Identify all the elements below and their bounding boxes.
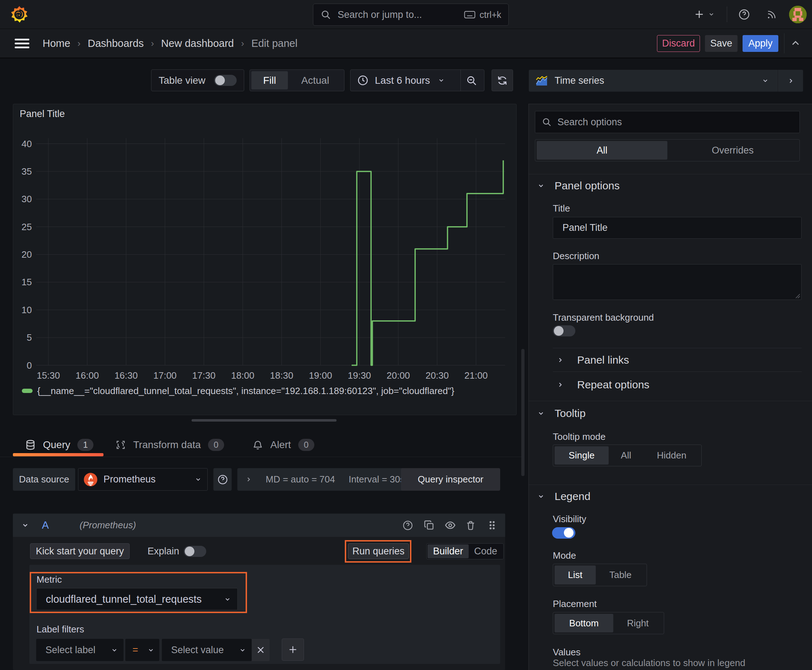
datasource-help-button[interactable] — [214, 468, 232, 491]
drag-grip-icon[interactable] — [488, 520, 497, 530]
collapse-icon[interactable] — [790, 38, 800, 48]
breadcrumb: Home › Dashboards › New dashboard › Edit… — [42, 29, 298, 58]
breadcrumb-sep: › — [151, 38, 154, 49]
kickstart-button[interactable]: Kick start your query — [30, 543, 130, 559]
query-row-header[interactable]: A (Prometheus) — [13, 514, 505, 537]
query-ref[interactable]: A — [42, 519, 49, 531]
placement-bottom-option[interactable]: Bottom — [554, 614, 613, 633]
eye-icon[interactable] — [445, 520, 456, 531]
news-icon[interactable] — [766, 8, 778, 20]
section-legend[interactable]: Legend — [537, 490, 590, 503]
query-inspector-button[interactable]: Query inspector — [401, 468, 500, 491]
tab-transform[interactable]: Transform data 0 — [115, 436, 224, 454]
options-scope-tabs: All Overrides — [535, 139, 800, 161]
svg-text:21:00: 21:00 — [464, 370, 488, 381]
options-header-border — [529, 174, 812, 174]
table-view-label: Table view — [159, 75, 205, 86]
code-option[interactable]: Code — [469, 544, 503, 558]
remove-filter-button[interactable] — [252, 639, 270, 661]
tab-query[interactable]: Query 1 — [25, 436, 93, 454]
transform-icon — [115, 440, 126, 450]
options-search[interactable]: Search options — [535, 111, 800, 133]
transparent-bg-toggle[interactable] — [553, 325, 575, 337]
select-label-placeholder: Select label — [46, 645, 111, 656]
section-repeat-options[interactable]: Repeat options — [557, 379, 649, 391]
chart-panel: Panel Title 051015202530354015:3016:0016… — [13, 104, 517, 415]
mode-label: Mode — [553, 550, 576, 561]
breadcrumb-new-dashboard[interactable]: New dashboard — [161, 37, 234, 49]
save-button[interactable]: Save — [705, 35, 737, 52]
tooltip-hidden-option[interactable]: Hidden — [643, 446, 700, 465]
viz-chevron-icon — [762, 77, 769, 84]
viz-expand-button[interactable] — [778, 70, 803, 91]
tooltip-all-option[interactable]: All — [609, 446, 643, 465]
grafana-logo[interactable] — [10, 5, 29, 24]
apply-button[interactable]: Apply — [742, 35, 778, 52]
description-textarea[interactable] — [553, 264, 802, 300]
time-range-picker[interactable]: Last 6 hours — [350, 69, 485, 91]
menu-icon[interactable] — [15, 38, 29, 49]
placement-right-option[interactable]: Right — [613, 614, 662, 633]
tab-alert[interactable]: Alert 0 — [253, 436, 314, 454]
panel-links-title: Panel links — [577, 354, 629, 366]
avatar[interactable] — [789, 6, 807, 23]
scrollbar-thumb[interactable] — [521, 349, 524, 476]
tab-overrides[interactable]: Overrides — [667, 141, 798, 160]
section-panel-links[interactable]: Panel links — [557, 354, 629, 366]
builder-option[interactable]: Builder — [427, 544, 469, 558]
breadcrumb-edit-panel: Edit panel — [251, 37, 298, 49]
tooltip-single-option[interactable]: Single — [554, 446, 609, 465]
mode-list-option[interactable]: List — [554, 565, 596, 584]
breadcrumb-dashboards[interactable]: Dashboards — [88, 37, 144, 49]
query-stats[interactable]: MD = auto = 704 Interval = 30s — [237, 468, 408, 491]
search-box[interactable]: Search or jump to... ctrl+k — [313, 3, 509, 26]
actual-option[interactable]: Actual — [288, 71, 342, 90]
add-filter-button[interactable] — [282, 638, 304, 661]
explain-toggle[interactable] — [184, 546, 206, 557]
breadcrumb-sep: › — [241, 38, 244, 49]
visibility-toggle[interactable] — [552, 527, 575, 539]
time-divider — [460, 70, 461, 91]
pane-resize-handle[interactable] — [192, 419, 337, 421]
viz-picker[interactable]: Time series — [529, 70, 778, 91]
trash-icon[interactable] — [465, 520, 476, 530]
select-value-dropdown[interactable]: Select value — [162, 639, 252, 661]
chart-legend[interactable]: {__name__="cloudflared_tunnel_total_requ… — [22, 384, 454, 397]
datasource-picker[interactable]: Prometheus — [78, 468, 208, 491]
svg-text:35: 35 — [22, 166, 32, 177]
run-queries-annotation — [345, 540, 411, 563]
table-view-toggle[interactable] — [214, 75, 237, 86]
breadcrumb-home[interactable]: Home — [42, 37, 70, 49]
refresh-button[interactable] — [492, 69, 513, 91]
help-icon[interactable] — [738, 8, 750, 20]
table-view-control[interactable]: Table view — [151, 69, 244, 91]
fill-option[interactable]: Fill — [251, 71, 288, 90]
section-tooltip[interactable]: Tooltip — [537, 407, 586, 420]
select-label-dropdown[interactable]: Select label — [36, 639, 124, 661]
mode-table-option[interactable]: Table — [596, 565, 645, 584]
topbar-divider — [727, 7, 727, 22]
svg-text:0: 0 — [27, 360, 32, 371]
panel-options-chevron-icon — [537, 182, 544, 189]
discard-button[interactable]: Discard — [657, 35, 700, 52]
title-input[interactable]: Panel Title — [553, 217, 802, 239]
query-collapse-icon[interactable] — [22, 521, 29, 529]
query-ds-hint: (Prometheus) — [80, 520, 136, 531]
svg-text:25: 25 — [22, 222, 32, 232]
title-label: Title — [553, 203, 570, 214]
duplicate-icon[interactable] — [424, 520, 434, 530]
query-help-icon[interactable] — [402, 520, 413, 531]
tab-all[interactable]: All — [537, 141, 667, 160]
tab-query-count: 1 — [77, 439, 93, 451]
description-label: Description — [553, 250, 599, 262]
add-menu[interactable] — [694, 8, 715, 20]
bell-icon — [253, 440, 263, 450]
section-panel-options[interactable]: Panel options — [537, 180, 620, 192]
svg-text:30: 30 — [22, 194, 32, 205]
svg-text:20:30: 20:30 — [425, 370, 449, 381]
add-filter-plus-icon — [288, 645, 298, 655]
search-placeholder: Search or jump to... — [337, 9, 464, 20]
select-value-placeholder: Select value — [171, 645, 239, 656]
operator-dropdown[interactable]: = — [125, 639, 159, 661]
zoom-out-icon[interactable] — [466, 75, 477, 86]
